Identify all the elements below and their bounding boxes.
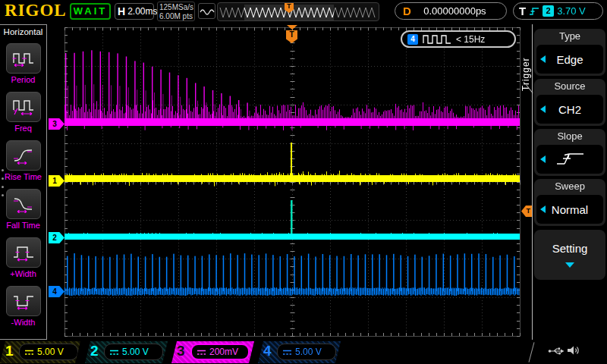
trigger-source-value: CH2 [558, 103, 581, 116]
softkey-setting[interactable]: Setting [534, 230, 605, 280]
menu-scroll-indicator [2, 169, 4, 202]
fall-time-button[interactable] [6, 189, 41, 219]
sine-wave-icon [200, 6, 215, 17]
softkey-type[interactable]: Type Edge [534, 29, 605, 76]
measure-menu-title: Horizontal [0, 27, 46, 36]
minus-width-icon [12, 292, 35, 310]
rigol-logo: RIGOL [5, 1, 67, 20]
channel1-status[interactable]: 1 5.00 V [0, 341, 80, 363]
trigger-menu-tab: Trigger [521, 33, 532, 91]
rise-time-icon [12, 146, 35, 165]
plus-width-icon [12, 243, 35, 262]
minus-width-label: -Width [0, 318, 46, 327]
freq-label: Freq [0, 124, 46, 133]
menu-divider [532, 24, 533, 340]
delay-preview-bar: T [217, 2, 379, 21]
fall-time-icon [12, 195, 35, 213]
rising-edge-icon [529, 7, 539, 16]
dc-coupling-icon [109, 349, 119, 356]
left-arrow-icon [540, 155, 546, 163]
trigger-freq-channel-badge: 4 [407, 34, 418, 45]
waveform-style-indicator [198, 3, 215, 19]
menu-item-minus-width: -Width [0, 286, 46, 327]
delay-label: D [403, 5, 411, 17]
softkey-sweep[interactable]: Sweep Normal [534, 179, 605, 226]
trigger-level-marker[interactable]: T [521, 206, 533, 217]
period-icon [12, 49, 35, 67]
waveform-display [49, 24, 522, 340]
menu-item-rise-time: Rise Time [0, 140, 46, 181]
left-arrow-icon [540, 206, 546, 213]
delay-preview-waveform [219, 5, 378, 20]
left-arrow-icon [540, 105, 546, 113]
freq-icon [12, 98, 35, 116]
trigger-label: T [519, 5, 526, 17]
statusbar-divider [529, 342, 535, 362]
run-status-badge: WAIT [70, 3, 111, 20]
dc-coupling-icon [282, 349, 292, 356]
acquisition-info: 125MSa/s 6.00M pts [157, 2, 195, 21]
minus-width-button[interactable] [6, 286, 41, 316]
softkey-source[interactable]: Source CH2 [534, 79, 605, 126]
usb-icon [548, 346, 565, 356]
oscilloscope-screen: RIGOL WAIT H 2.00ms 125MSa/s 6.00M pts T… [0, 0, 607, 364]
rise-time-button[interactable] [6, 140, 41, 171]
softkey-slope[interactable]: Slope [534, 129, 605, 176]
down-arrow-icon [565, 262, 574, 268]
trigger-display[interactable]: T 2 3.70 V [513, 2, 603, 20]
channel4-scale: 5.00 V [295, 347, 322, 357]
plus-width-button[interactable] [6, 237, 41, 268]
period-label: Period [0, 75, 46, 84]
left-arrow-icon [540, 55, 546, 63]
rising-edge-icon [553, 151, 587, 168]
menu-item-freq: Freq [0, 92, 46, 133]
freq-button[interactable] [6, 92, 41, 122]
delay-display[interactable]: D 0.00000000ps [395, 2, 507, 20]
menu-item-period: Period [0, 43, 46, 84]
trigger-position-arrow-icon [287, 25, 297, 30]
plus-width-label: +Width [0, 269, 46, 278]
trigger-type-value: Edge [556, 53, 583, 66]
rise-time-label: Rise Time [0, 172, 46, 181]
memory-depth: 6.00M pts [159, 12, 193, 21]
channel4-status[interactable]: 4 5.00 V [258, 341, 341, 363]
menu-item-plus-width: +Width [0, 237, 46, 278]
sample-rate: 125MSa/s [159, 3, 193, 12]
dc-coupling-icon [24, 349, 34, 356]
dc-coupling-icon [197, 349, 206, 356]
measure-menu-panel: Horizontal Period Freq [0, 24, 47, 340]
trigger-position-marker-graticule[interactable]: T [286, 25, 297, 43]
square-wave-icon [423, 35, 451, 44]
fall-time-label: Fall Time [0, 221, 46, 230]
trigger-sweep-value: Normal [552, 203, 588, 216]
timebase-value: 2.00ms [127, 6, 157, 17]
timebase-display[interactable]: H 2.00ms [115, 3, 154, 20]
menu-item-fall-time: Fall Time [0, 189, 46, 230]
horizontal-label: H [118, 5, 125, 17]
delay-value: 0.00000000ps [423, 5, 486, 17]
channel3-scale: 200mV [209, 347, 238, 357]
channel3-status-selected[interactable]: 3 200mV [171, 341, 254, 363]
channel2-status[interactable]: 2 5.00 V [85, 341, 168, 363]
period-button[interactable] [6, 43, 41, 74]
trigger-frequency-value: < 15Hz [456, 34, 485, 45]
trigger-level-value: 3.70 V [557, 5, 586, 17]
channel1-scale: 5.00 V [37, 347, 64, 357]
trigger-source-badge: 2 [543, 5, 554, 17]
trigger-frequency-badge: 4 < 15Hz [401, 30, 516, 48]
channel2-scale: 5.00 V [122, 347, 149, 357]
speaker-icon [567, 344, 580, 356]
